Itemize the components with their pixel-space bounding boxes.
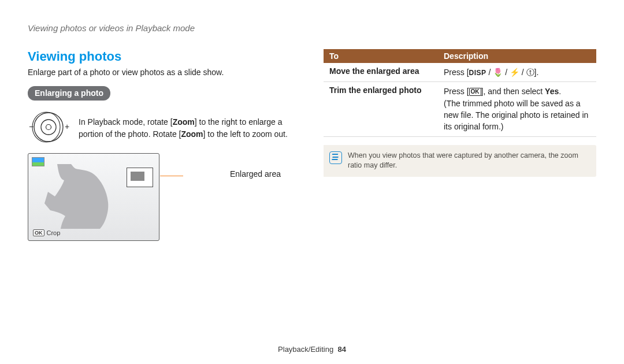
desc-fragment: Press [ [444,68,469,77]
manual-page: Viewing photos or videos in Playback mod… [0,0,624,364]
table-row: Trim the enlarged photo Press [OK], and … [324,82,596,136]
left-column: Viewing photos Enlarge part of a photo o… [28,49,305,241]
desc-fragment: ], and then select [481,87,545,96]
zoom-word: Zoom [173,117,195,127]
action-cell: Trim the enlarged photo [324,82,438,136]
section-title: Viewing photos [28,49,305,64]
col-header-to: To [324,49,438,63]
ok-small-icon: OK [33,229,44,236]
macro-icon: 🌷 [493,68,503,77]
subheading-pill: Enlarging a photo [28,86,110,101]
desc-fragment: . [559,87,561,96]
desc-fragment: Press [ [444,87,469,96]
svg-text:−: − [29,122,34,131]
desc-line2: (The trimmed photo will be saved as a ne… [444,98,590,133]
zoom-instruction-text: In Playback mode, rotate [Zoom] to the r… [79,116,305,140]
table-header-row: To Description [324,49,596,63]
enlarged-area-callout: Enlarged area [230,169,281,179]
intro-text: Enlarge part of a photo or view photos a… [28,68,305,77]
yes-option: Yes [545,87,559,96]
zoom-dial-instruction-row: − + In Playback mode, rotate [Zoom] to t… [28,111,305,145]
svg-text:+: + [65,122,69,131]
crop-indicator: OK Crop [33,229,60,236]
note-icon [329,151,342,164]
person-silhouette-icon [44,164,120,229]
action-cell: Move the enlarged area [324,63,438,82]
controls-table: To Description Move the enlarged area Pr… [324,49,596,137]
description-cell: Press [OK], and then select Yes. (The tr… [438,82,596,136]
preview-screen-wrapper: OK Crop Enlarged area [28,153,201,241]
svg-point-0 [34,113,63,142]
table-row: Move the enlarged area Press [DISP / 🌷 /… [324,63,596,82]
zoom-text-fragment: ] to the left to zoom out. [203,129,288,139]
two-column-layout: Viewing photos Enlarge part of a photo o… [28,49,596,241]
flash-icon: ⚡ [510,68,519,77]
disp-button-icon: DISP [469,69,486,77]
zoom-word: Zoom [181,129,203,139]
svg-point-2 [41,120,56,135]
note-callout: When you view photos that were captured … [324,145,596,177]
preview-screen: OK Crop [28,153,159,241]
zoom-dial-icon: − + [28,111,70,145]
page-number: 84 [337,345,346,354]
description-cell: Press [DISP / 🌷 / ⚡ / ⓣ]. [438,63,596,82]
note-text: When you view photos that were captured … [348,151,589,171]
crop-label: Crop [47,229,61,236]
footer-section-label: Playback/Editing [278,345,333,354]
callout-line [160,176,183,176]
col-header-description: Description [438,49,596,63]
navigator-frame [127,168,153,187]
page-footer: Playback/Editing 84 [0,345,624,354]
navigator-viewport [131,172,144,181]
desc-fragment: ]. [534,68,539,77]
svg-point-3 [46,125,51,130]
breadcrumb: Viewing photos or videos in Playback mod… [28,23,596,33]
ok-button-icon: OK [469,88,481,96]
timer-icon: ⓣ [526,68,534,77]
right-column: To Description Move the enlarged area Pr… [324,49,596,241]
photo-thumbnail-icon [32,157,44,166]
zoom-text-fragment: In Playback mode, rotate [ [79,117,173,127]
